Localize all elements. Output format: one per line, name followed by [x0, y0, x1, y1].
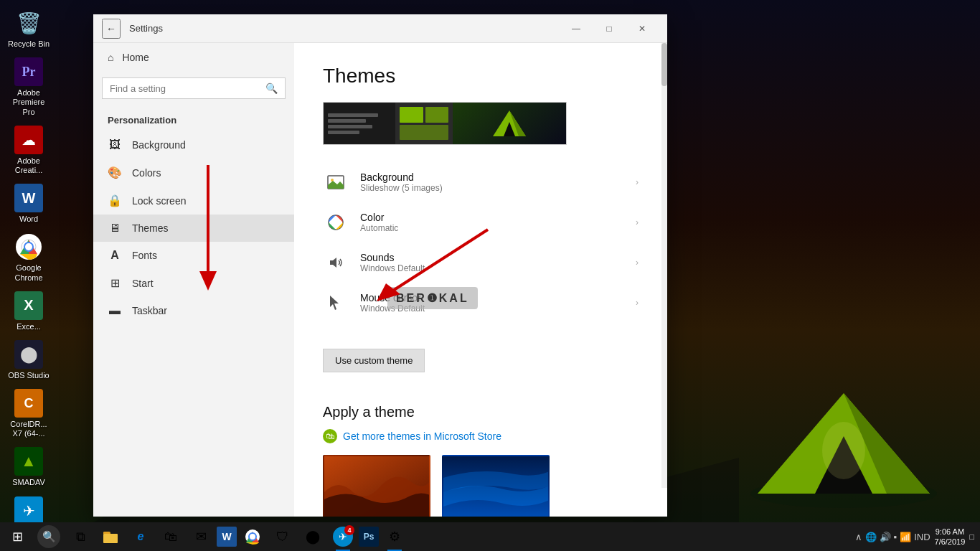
watermark-text: BER❶KAL — [387, 287, 478, 309]
sidebar-item-lock-screen[interactable]: 🔒 Lock screen — [93, 187, 294, 215]
desktop-icon-chrome[interactable]: Google Chrome — [3, 230, 55, 285]
taskbar-app-messenger[interactable]: ✈ 4 — [329, 522, 357, 551]
taskbar-app-edge[interactable]: e — [126, 522, 155, 551]
window-controls: — □ ✕ — [560, 14, 659, 43]
color-setting-item[interactable]: Color Automatic › — [323, 202, 639, 242]
desktop-icon-adobe-cc[interactable]: ☁ Adobe Creati... — [3, 123, 55, 178]
window-titlebar: ← Settings — □ ✕ — [93, 14, 667, 43]
search-box[interactable]: 🔍 — [102, 77, 286, 99]
taskbar-right-area: ∧ 🌐 🔊 ▪ 📶 IND 9:06 AM 7/6/2019 □ — [855, 527, 980, 547]
desktop-icon-label: Google Chrome — [6, 263, 52, 282]
search-icon[interactable]: 🔍 — [265, 83, 278, 94]
desktop-icon-excel[interactable]: X Exce... — [3, 288, 55, 334]
sounds-setting-item[interactable]: Sounds Windows Default › — [323, 242, 639, 283]
taskbar: ⊞ 🔍 ⧉ e 🛍 ✉ W — [0, 522, 980, 551]
start-button[interactable]: ⊞ — [0, 522, 34, 551]
taskbar-app-obs[interactable]: ⬤ — [298, 522, 327, 551]
svg-marker-17 — [330, 258, 336, 268]
taskbar-app-settings[interactable]: ⚙ — [380, 522, 409, 551]
taskbar-app-word[interactable]: W — [217, 527, 237, 547]
color-setting-text: Color Automatic — [360, 212, 624, 233]
background-setting-subtitle: Slideshow (5 images) — [360, 183, 624, 193]
mouse-cursor-setting-item[interactable]: Mouse cursor Windows Default › — [323, 283, 639, 323]
notification-icon[interactable]: □ — [969, 532, 974, 541]
main-content-area: Themes — [294, 43, 667, 517]
svg-marker-15 — [328, 181, 344, 189]
apply-theme-title: Apply a theme — [323, 404, 639, 420]
desktop-icon-word[interactable]: W Word — [3, 181, 55, 227]
minimize-button[interactable]: — — [560, 14, 593, 43]
chevron-up-icon[interactable]: ∧ — [855, 532, 862, 542]
color-setting-title: Color — [360, 212, 624, 223]
desktop-icon-label: CorelDR... X7 (64-... — [6, 420, 52, 438]
desktop-icon-corel[interactable]: C CorelDR... X7 (64-... — [3, 386, 55, 441]
svg-rect-25 — [103, 534, 118, 543]
get-more-themes-link[interactable]: 🛍 Get more themes in Microsoft Store — [323, 429, 639, 443]
desktop-icon-label: SMADAV — [12, 478, 45, 487]
home-icon: ⌂ — [108, 52, 113, 63]
page-title: Themes — [323, 65, 639, 88]
themes-icon: 🖥 — [108, 222, 122, 235]
window-body: ⌂ Home 🔍 Personalization 🖼 Background 🎨 … — [93, 43, 667, 517]
sidebar-item-label: Lock screen — [132, 195, 186, 207]
scrollbar-track[interactable] — [661, 43, 667, 488]
apply-theme-section: Apply a theme 🛍 Get more themes in Micro… — [323, 404, 639, 517]
scrollbar-thumb[interactable] — [661, 43, 667, 86]
taskbar-app-store[interactable]: 🛍 — [156, 522, 185, 551]
language-label: IND — [914, 532, 930, 542]
search-input[interactable] — [110, 83, 260, 94]
sidebar-item-start[interactable]: ⊞ Start — [93, 269, 294, 297]
wifi-icon[interactable]: 📶 — [900, 532, 911, 542]
theme-gallery — [323, 455, 639, 517]
desktop-icon-label: Adobe Premiere Pro — [6, 88, 52, 117]
taskbar-app-mail[interactable]: ✉ — [187, 522, 215, 551]
sidebar-item-label: Fonts — [132, 250, 157, 261]
network-icon[interactable]: 🌐 — [865, 532, 877, 542]
taskbar-search-button[interactable]: 🔍 — [37, 525, 60, 548]
desktop-icon-label: Exce... — [17, 322, 41, 331]
sidebar-item-background[interactable]: 🖼 Background — [93, 131, 294, 159]
clock-time: 9:06 AM — [935, 527, 966, 537]
theme-thumbnail-2[interactable] — [442, 455, 550, 517]
taskbar-app-file-explorer[interactable] — [96, 522, 125, 551]
use-custom-theme-button[interactable]: Use custom theme — [323, 349, 425, 372]
sidebar-item-themes[interactable]: 🖥 Themes — [93, 215, 294, 242]
lock-screen-icon: 🔒 — [108, 194, 122, 207]
taskbar-app-task-view[interactable]: ⧉ — [66, 522, 95, 551]
desktop-icon-label: Recycle Bin — [8, 39, 50, 49]
window-back-button[interactable]: ← — [102, 19, 121, 39]
desktop-icon-premiere[interactable]: Pr Adobe Premiere Pro — [3, 55, 55, 120]
sidebar-item-label: Start — [132, 278, 154, 289]
get-more-themes-label: Get more themes in Microsoft Store — [343, 430, 501, 442]
window-title-text: Settings — [129, 23, 163, 34]
theme-preview-tiles — [395, 103, 453, 144]
taskbar-app-vpn[interactable]: 🛡 — [268, 522, 297, 551]
colors-icon: 🎨 — [108, 166, 122, 179]
taskbar-apps: ⧉ e 🛍 ✉ W 🛡 — [66, 522, 409, 551]
desktop-icon-recycle-bin[interactable]: 🗑️ Recycle Bin — [3, 6, 55, 52]
close-button[interactable]: ✕ — [626, 14, 659, 43]
background-setting-icon — [323, 169, 349, 195]
taskbar-app-photoshop[interactable]: Ps — [359, 527, 379, 547]
taskbar-app-chrome[interactable] — [238, 522, 267, 551]
desktop-icon-label: OBS Studio — [8, 371, 49, 380]
color-setting-icon — [323, 209, 349, 235]
taskbar-system-icons: ∧ 🌐 🔊 ▪ 📶 IND — [855, 532, 930, 542]
background-setting-item[interactable]: Background Slideshow (5 images) › — [323, 162, 639, 202]
start-icon: ⊞ — [108, 276, 122, 290]
taskbar-clock[interactable]: 9:06 AM 7/6/2019 — [935, 527, 966, 547]
background-setting-arrow: › — [636, 177, 639, 187]
desktop-icon-smadav[interactable]: ▲ SMADAV — [3, 444, 55, 490]
sidebar-item-fonts[interactable]: A Fonts — [93, 242, 294, 269]
sounds-setting-icon — [323, 250, 349, 276]
sidebar-item-colors[interactable]: 🎨 Colors — [93, 159, 294, 187]
theme-thumbnail-1[interactable] — [323, 455, 430, 517]
theme-preview-sidebar — [324, 103, 395, 144]
sidebar-item-home[interactable]: ⌂ Home — [93, 43, 294, 72]
desktop-icon-label: Adobe Creati... — [6, 156, 52, 175]
volume-icon[interactable]: 🔊 — [880, 532, 891, 542]
maximize-button[interactable]: □ — [593, 14, 626, 43]
svg-marker-18 — [330, 296, 339, 310]
desktop-icon-obs[interactable]: ⬤ OBS Studio — [3, 337, 55, 383]
sidebar-item-taskbar[interactable]: ▬ Taskbar — [93, 297, 294, 324]
